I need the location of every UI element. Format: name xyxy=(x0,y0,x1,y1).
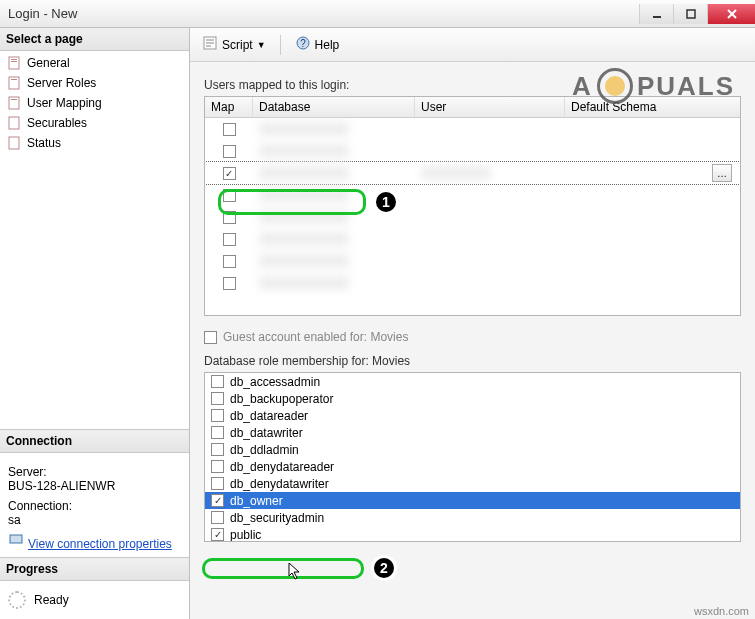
role-checkbox[interactable] xyxy=(211,477,224,490)
database-name-blurred xyxy=(259,188,349,202)
map-checkbox[interactable] xyxy=(223,167,236,180)
map-checkbox[interactable] xyxy=(223,123,236,136)
page-icon xyxy=(6,115,22,131)
close-button[interactable] xyxy=(707,4,755,24)
role-label: db_backupoperator xyxy=(230,392,333,406)
map-checkbox[interactable] xyxy=(223,255,236,268)
script-label: Script xyxy=(222,38,253,52)
view-connection-link[interactable]: View connection properties xyxy=(28,537,172,551)
database-name-blurred xyxy=(259,210,349,224)
guest-label: Guest account enabled for: Movies xyxy=(223,330,408,344)
map-checkbox[interactable] xyxy=(223,277,236,290)
page-icon xyxy=(6,75,22,91)
window-title: Login - New xyxy=(8,6,77,21)
role-checkbox[interactable] xyxy=(211,511,224,524)
nav-label: Status xyxy=(27,136,61,150)
role-label: db_ddladmin xyxy=(230,443,299,457)
map-checkbox[interactable] xyxy=(223,145,236,158)
mapping-row[interactable] xyxy=(205,272,740,294)
maximize-button[interactable] xyxy=(673,4,707,24)
mapping-row[interactable] xyxy=(205,118,740,140)
role-label: db_accessadmin xyxy=(230,375,320,389)
roles-label: Database role membership for: Movies xyxy=(204,354,741,368)
database-name-blurred xyxy=(259,144,349,158)
mapping-row[interactable] xyxy=(205,140,740,162)
progress-spinner-icon xyxy=(8,591,26,609)
content-area: Users mapped to this login: Map Database… xyxy=(190,62,755,619)
select-page-header: Select a page xyxy=(0,28,189,51)
database-name-blurred xyxy=(259,232,349,246)
map-checkbox[interactable] xyxy=(223,211,236,224)
role-checkbox[interactable] xyxy=(211,494,224,507)
svg-rect-12 xyxy=(9,137,19,149)
role-checkbox[interactable] xyxy=(211,426,224,439)
role-row[interactable]: db_owner xyxy=(205,492,740,509)
minimize-icon xyxy=(652,9,662,19)
map-checkbox[interactable] xyxy=(223,189,236,202)
connection-value: sa xyxy=(8,513,181,527)
svg-rect-10 xyxy=(11,99,17,100)
progress-header: Progress xyxy=(0,558,189,581)
role-checkbox[interactable] xyxy=(211,443,224,456)
role-row[interactable]: db_backupoperator xyxy=(205,390,740,407)
help-label: Help xyxy=(315,38,340,52)
role-row[interactable]: db_datareader xyxy=(205,407,740,424)
connection-header: Connection xyxy=(0,430,189,453)
role-row[interactable]: db_accessadmin xyxy=(205,373,740,390)
toolbar-separator xyxy=(280,35,281,55)
svg-rect-9 xyxy=(9,97,19,109)
guest-row: Guest account enabled for: Movies xyxy=(204,330,741,344)
user-name-blurred xyxy=(421,166,491,180)
nav-item-securables[interactable]: Securables xyxy=(0,113,189,133)
schema-browse-button[interactable]: … xyxy=(712,164,732,182)
nav-label: General xyxy=(27,56,70,70)
role-label: db_datareader xyxy=(230,409,308,423)
roles-list[interactable]: db_accessadmindb_backupoperatordb_datare… xyxy=(204,372,741,542)
mapping-row[interactable] xyxy=(205,250,740,272)
help-button[interactable]: ? Help xyxy=(291,33,344,56)
role-label: db_owner xyxy=(230,494,283,508)
page-icon xyxy=(6,135,22,151)
role-label: db_securityadmin xyxy=(230,511,324,525)
maximize-icon xyxy=(686,9,696,19)
progress-section: Progress Ready xyxy=(0,557,189,619)
nav-item-user-mapping[interactable]: User Mapping xyxy=(0,93,189,113)
nav-item-status[interactable]: Status xyxy=(0,133,189,153)
role-checkbox[interactable] xyxy=(211,375,224,388)
svg-text:?: ? xyxy=(300,38,306,49)
role-checkbox[interactable] xyxy=(211,392,224,405)
script-button[interactable]: Script ▼ xyxy=(198,33,270,56)
nav-item-server-roles[interactable]: Server Roles xyxy=(0,73,189,93)
role-checkbox[interactable] xyxy=(211,409,224,422)
minimize-button[interactable] xyxy=(639,4,673,24)
nav-item-general[interactable]: General xyxy=(0,53,189,73)
database-name-blurred xyxy=(259,276,349,290)
col-map[interactable]: Map xyxy=(205,97,253,117)
watermark-head-icon xyxy=(597,68,633,104)
role-row[interactable]: db_denydatawriter xyxy=(205,475,740,492)
watermark-logo: A PUALS xyxy=(572,68,735,104)
database-name-blurred xyxy=(259,254,349,268)
role-row[interactable]: public xyxy=(205,526,740,542)
watermark-text-right: PUALS xyxy=(637,71,735,102)
server-label: Server: xyxy=(8,465,181,479)
server-value: BUS-128-ALIENWR xyxy=(8,479,181,493)
mapping-row[interactable]: … xyxy=(205,162,740,184)
role-checkbox[interactable] xyxy=(211,528,224,541)
role-row[interactable]: db_ddladmin xyxy=(205,441,740,458)
map-checkbox[interactable] xyxy=(223,233,236,246)
window-buttons xyxy=(639,4,755,24)
role-row[interactable]: db_datawriter xyxy=(205,424,740,441)
mapping-row[interactable] xyxy=(205,228,740,250)
col-database[interactable]: Database xyxy=(253,97,415,117)
mapping-grid[interactable]: Map Database User Default Schema … xyxy=(204,96,741,316)
mapping-row[interactable] xyxy=(205,206,740,228)
database-name-blurred xyxy=(259,122,349,136)
page-icon xyxy=(6,95,22,111)
main-layout: Select a page General Server Roles User … xyxy=(0,28,755,619)
role-row[interactable]: db_denydatareader xyxy=(205,458,740,475)
mapping-row[interactable] xyxy=(205,184,740,206)
role-checkbox[interactable] xyxy=(211,460,224,473)
col-user[interactable]: User xyxy=(415,97,565,117)
role-row[interactable]: db_securityadmin xyxy=(205,509,740,526)
